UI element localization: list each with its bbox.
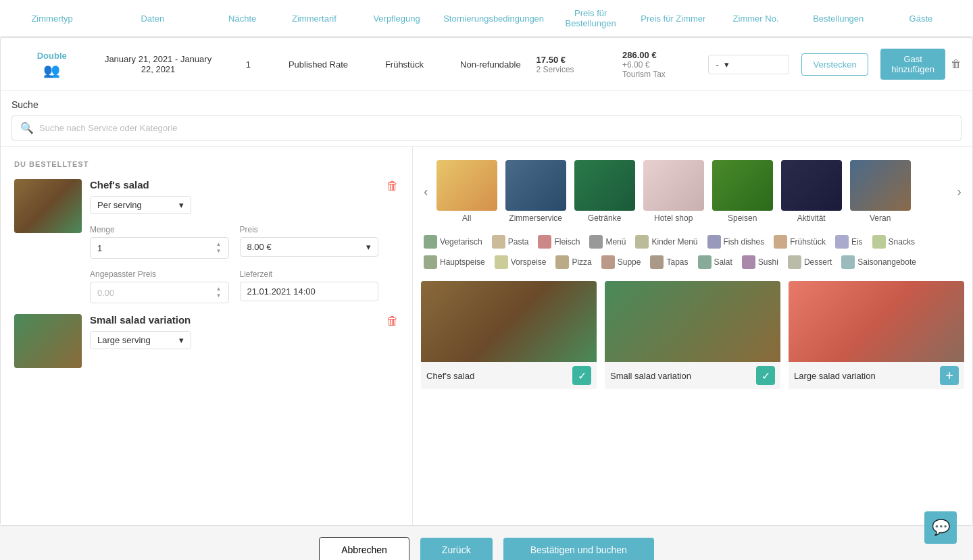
- filter-pasta[interactable]: Pasta: [489, 234, 532, 250]
- gast-cell[interactable]: Gast hinzufügen 🗑: [880, 49, 962, 80]
- col-nachte: Nächte: [211, 11, 272, 26]
- product-add-button-3[interactable]: +: [940, 366, 959, 385]
- filter-fish-icon: [707, 235, 721, 249]
- product-name-1: Chef's salad: [426, 371, 474, 381]
- gast-hinzufugen-button[interactable]: Gast hinzufügen: [880, 49, 945, 80]
- preis-input[interactable]: 8.00 € ▾: [240, 237, 379, 257]
- col-zimmer-no: Zimmer No.: [714, 11, 797, 26]
- col-preis-zimmer: Preis für Zimmer: [632, 11, 714, 26]
- fields-row: Menge 1 ▲ ▼ Preis: [90, 225, 378, 259]
- category-zimmerservice[interactable]: Zimmerservice: [505, 160, 566, 223]
- delivery-group: Lieferzeit 21.01.2021 14:00: [240, 270, 379, 303]
- filter-hauptspeise[interactable]: Hauptspeise: [421, 254, 488, 270]
- category-carousel: ‹ All Zimmerservice Getränke: [421, 155, 964, 228]
- search-section: Suche 🔍 Suche nach Service oder Kategori…: [1, 91, 972, 147]
- preis-group: Preis 8.00 € ▾: [240, 225, 379, 259]
- zuruck-button[interactable]: Zurück: [420, 538, 493, 560]
- custom-price-group: Angepasster Preis 0.00 ▲ ▼: [90, 270, 229, 303]
- category-aktivitat[interactable]: Aktivität: [781, 160, 842, 223]
- col-daten: Daten: [93, 11, 211, 26]
- delivery-label: Lieferzeit: [240, 270, 379, 279]
- col-verpflegung: Verpflegung: [355, 11, 438, 26]
- filter-fleisch[interactable]: Fleisch: [535, 234, 582, 250]
- search-title: Suche: [11, 99, 962, 110]
- serving-select-2[interactable]: Large serving ▾: [90, 331, 191, 349]
- product-image-1: [421, 281, 597, 362]
- delete-booking-icon[interactable]: 🗑: [951, 58, 962, 70]
- footer-bar: Abbrechen Zurück Bestätigen und buchen: [0, 526, 973, 560]
- stepper-down[interactable]: ▼: [216, 293, 222, 299]
- filter-fish[interactable]: Fish dishes: [705, 234, 768, 250]
- nights-cell: 1: [224, 59, 273, 70]
- table-header: Zimmertyp Daten Nächte Zimmertarif Verpf…: [0, 0, 973, 37]
- product-footer-3: Large salad variation +: [789, 362, 964, 389]
- abbrechen-button[interactable]: Abbrechen: [319, 537, 409, 560]
- quantity-stepper[interactable]: ▲ ▼: [216, 242, 222, 254]
- filter-pizza[interactable]: Pizza: [553, 254, 594, 270]
- order-item-name: Chef's salad: [90, 179, 378, 190]
- col-zimmertarif: Zimmertarif: [273, 11, 355, 26]
- zimmer-select[interactable]: - ▾: [708, 55, 789, 74]
- order-item: Chef's salad Per serving ▾ Menge 1 ▲: [14, 179, 399, 303]
- category-speisen[interactable]: Speisen: [712, 160, 773, 223]
- delete-item-icon-2[interactable]: 🗑: [386, 314, 399, 328]
- order-item: Small salad variation Large serving ▾ 🗑: [14, 314, 399, 368]
- category-hotelshop[interactable]: Hotel shop: [643, 160, 704, 223]
- custom-price-input[interactable]: 0.00 ▲ ▼: [90, 282, 229, 303]
- category-aktivitat-label: Aktivität: [797, 213, 826, 223]
- stepper-up[interactable]: ▲: [216, 242, 222, 247]
- product-footer-1: Chef's salad ✓: [421, 362, 597, 389]
- filter-vorspeise[interactable]: Vorspeise: [492, 254, 549, 270]
- filter-vegetarisch-icon: [424, 235, 437, 249]
- zimmer-select-cell[interactable]: - ▾: [708, 55, 789, 74]
- category-getraenke-image: [574, 160, 635, 211]
- filter-tapas[interactable]: Tapas: [647, 254, 691, 270]
- meal-cell: Frühstück: [364, 59, 445, 70]
- carousel-next-button[interactable]: ›: [954, 181, 964, 202]
- filter-suppe[interactable]: Suppe: [599, 254, 644, 270]
- search-bar[interactable]: 🔍 Suche nach Service oder Kategorie: [11, 116, 962, 141]
- category-veran[interactable]: Veran: [850, 160, 911, 223]
- category-zimmerservice-label: Zimmerservice: [509, 213, 562, 223]
- room-type-link[interactable]: Double: [37, 51, 67, 61]
- product-card-large-salad[interactable]: Large salad variation +: [789, 281, 964, 389]
- product-card-small-salad[interactable]: Small salad variation ✓: [605, 281, 780, 389]
- chat-button[interactable]: 💬: [924, 511, 957, 544]
- serving-select[interactable]: Per serving ▾: [90, 196, 191, 214]
- filter-pizza-icon: [555, 255, 569, 269]
- filter-dessert[interactable]: Dessert: [785, 254, 834, 270]
- order-item-details-2: Small salad variation Large serving ▾: [90, 314, 378, 349]
- stepper-up[interactable]: ▲: [216, 286, 222, 292]
- filter-snacks[interactable]: Snacks: [870, 234, 918, 250]
- category-getraenke[interactable]: Getränke: [574, 160, 635, 223]
- filter-sushi-icon: [742, 255, 755, 269]
- verstecken-cell[interactable]: Verstecken: [795, 53, 875, 76]
- stepper-down[interactable]: ▼: [216, 249, 222, 254]
- filter-salat[interactable]: Salat: [695, 254, 735, 270]
- order-title: DU BESTELLTEST: [14, 160, 399, 168]
- menge-input[interactable]: 1 ▲ ▼: [90, 237, 229, 259]
- category-all[interactable]: All: [436, 160, 497, 223]
- product-card-chefs-salad[interactable]: Chef's salad ✓: [421, 281, 597, 389]
- bestatigen-button[interactable]: Bestätigen und buchen: [503, 538, 654, 560]
- product-check-1[interactable]: ✓: [572, 366, 591, 385]
- carousel-prev-button[interactable]: ‹: [421, 181, 431, 202]
- filter-vegetarisch[interactable]: Vegetarisch: [421, 234, 485, 250]
- chat-icon: 💬: [932, 519, 950, 536]
- filter-sushi[interactable]: Sushi: [739, 254, 781, 270]
- filter-fruhstuck[interactable]: Frühstück: [771, 234, 828, 250]
- filter-snacks-icon: [872, 235, 886, 249]
- filter-fleisch-icon: [538, 235, 551, 249]
- delivery-input[interactable]: 21.01.2021 14:00: [240, 282, 379, 301]
- product-check-2[interactable]: ✓: [756, 366, 775, 385]
- product-footer-2: Small salad variation ✓: [605, 362, 780, 389]
- filter-menu[interactable]: Menü: [587, 234, 628, 250]
- delete-item-icon[interactable]: 🗑: [386, 179, 399, 193]
- filter-kinder-menu[interactable]: Kinder Menü: [632, 234, 700, 250]
- category-hotelshop-label: Hotel shop: [654, 213, 693, 223]
- custom-stepper[interactable]: ▲ ▼: [216, 286, 222, 299]
- verstecken-button[interactable]: Verstecken: [801, 53, 868, 76]
- filter-eis[interactable]: Eis: [832, 234, 866, 250]
- filter-saisonangebote[interactable]: Saisonangebote: [839, 254, 919, 270]
- product-image-2: [605, 281, 780, 362]
